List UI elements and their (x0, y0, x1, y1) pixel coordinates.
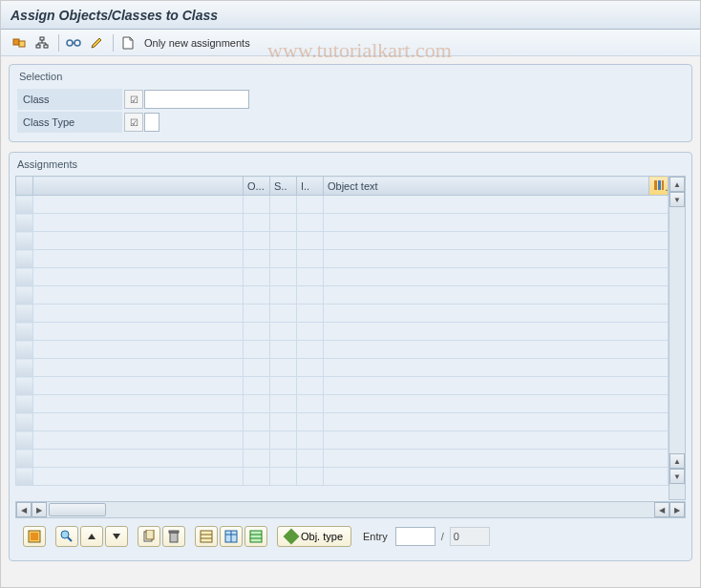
cell-o[interactable] (244, 341, 270, 359)
cell-s[interactable] (270, 341, 297, 359)
cell-main[interactable] (33, 286, 244, 304)
cell-o[interactable] (244, 232, 270, 250)
class-input[interactable] (144, 90, 249, 109)
new-button[interactable] (117, 32, 138, 53)
table-config-button[interactable] (649, 177, 669, 196)
scroll-page-up-button[interactable]: ▲ (669, 453, 685, 469)
layout-button[interactable] (220, 526, 243, 547)
cell-i[interactable] (297, 196, 324, 214)
row-selector[interactable] (16, 214, 33, 232)
cell-o[interactable] (244, 250, 270, 268)
cell-s[interactable] (270, 359, 297, 377)
cell-i[interactable] (297, 268, 324, 286)
cell-i[interactable] (297, 250, 324, 268)
cell-o[interactable] (244, 214, 270, 232)
entry-from-input[interactable] (395, 527, 435, 546)
cell-s[interactable] (270, 468, 297, 486)
cell-object-text[interactable] (324, 196, 669, 214)
edit-button[interactable] (86, 32, 107, 53)
cell-object-text[interactable] (324, 268, 669, 286)
cell-object-text[interactable] (324, 377, 669, 395)
row-selector[interactable] (16, 450, 33, 468)
cell-s[interactable] (270, 323, 297, 341)
cell-s[interactable] (270, 286, 297, 304)
cell-main[interactable] (33, 304, 244, 323)
cell-object-text[interactable] (324, 359, 669, 377)
sort-desc-button[interactable] (105, 526, 128, 547)
row-selector[interactable] (16, 250, 33, 268)
cell-object-text[interactable] (324, 323, 669, 341)
cell-object-text[interactable] (324, 214, 669, 232)
cell-s[interactable] (270, 232, 297, 250)
cell-i[interactable] (297, 377, 324, 395)
scroll-thumb[interactable] (49, 503, 106, 516)
cell-o[interactable] (244, 359, 270, 377)
cell-i[interactable] (297, 304, 324, 323)
cell-main[interactable] (33, 395, 244, 413)
cell-main[interactable] (33, 214, 244, 232)
filter-button[interactable] (195, 526, 218, 547)
cell-o[interactable] (244, 431, 270, 450)
cell-s[interactable] (270, 214, 297, 232)
find-button[interactable] (55, 526, 78, 547)
scroll-down-button[interactable]: ▼ (669, 192, 685, 207)
col-main[interactable] (33, 177, 244, 196)
row-selector[interactable] (16, 323, 33, 341)
row-selector[interactable] (16, 286, 33, 304)
cell-o[interactable] (244, 268, 270, 286)
cell-object-text[interactable] (324, 341, 669, 359)
cell-o[interactable] (244, 413, 270, 431)
display-button[interactable] (63, 32, 84, 53)
assign-button[interactable] (9, 32, 30, 53)
row-selector[interactable] (16, 304, 33, 323)
cell-o[interactable] (244, 377, 270, 395)
cell-i[interactable] (297, 395, 324, 413)
select-all-button[interactable] (23, 526, 46, 547)
col-s[interactable]: S.. (270, 177, 297, 196)
cell-main[interactable] (33, 377, 244, 395)
cell-object-text[interactable] (324, 250, 669, 268)
copy-button[interactable] (138, 526, 160, 547)
cell-s[interactable] (270, 268, 297, 286)
cell-i[interactable] (297, 431, 324, 450)
scroll-page-down-button[interactable]: ▼ (669, 469, 685, 484)
scroll-right-button[interactable]: ▶ (32, 502, 47, 517)
row-selector[interactable] (16, 377, 33, 395)
cell-i[interactable] (297, 413, 324, 431)
cell-i[interactable] (297, 468, 324, 486)
delete-button[interactable] (162, 526, 185, 547)
cell-object-text[interactable] (324, 468, 669, 486)
cell-object-text[interactable] (324, 431, 669, 450)
row-selector[interactable] (16, 341, 33, 359)
horizontal-scrollbar[interactable]: ◀ ▶ ◀ ▶ (15, 501, 686, 518)
cell-i[interactable] (297, 341, 324, 359)
export-button[interactable] (244, 526, 267, 547)
delete-assign-button[interactable] (32, 32, 53, 53)
cell-o[interactable] (244, 468, 270, 486)
col-o[interactable]: O... (244, 177, 270, 196)
only-new-assignments-label[interactable]: Only new assignments (144, 37, 250, 49)
cell-main[interactable] (33, 250, 244, 268)
sort-asc-button[interactable] (80, 526, 103, 547)
cell-object-text[interactable] (324, 450, 669, 468)
cell-object-text[interactable] (324, 232, 669, 250)
cell-main[interactable] (33, 468, 244, 486)
scroll-left-end-button[interactable]: ◀ (654, 502, 669, 517)
cell-s[interactable] (270, 196, 297, 214)
cell-main[interactable] (33, 413, 244, 431)
row-selector[interactable] (16, 413, 33, 431)
obj-type-button[interactable]: Obj. type (277, 526, 351, 547)
cell-i[interactable] (297, 359, 324, 377)
cell-o[interactable] (244, 323, 270, 341)
class-type-input[interactable] (144, 113, 159, 132)
cell-s[interactable] (270, 413, 297, 431)
cell-s[interactable] (270, 395, 297, 413)
cell-s[interactable] (270, 304, 297, 323)
cell-o[interactable] (244, 286, 270, 304)
row-selector[interactable] (16, 395, 33, 413)
cell-object-text[interactable] (324, 286, 669, 304)
cell-s[interactable] (270, 250, 297, 268)
cell-i[interactable] (297, 232, 324, 250)
cell-main[interactable] (33, 431, 244, 450)
cell-i[interactable] (297, 450, 324, 468)
